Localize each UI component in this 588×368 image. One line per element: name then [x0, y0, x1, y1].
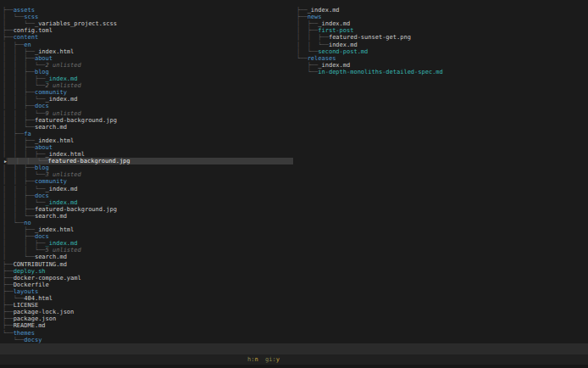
tree-row[interactable]: │ │ │ └──2 unlisted — [0, 62, 294, 69]
file-name: package-lock.json — [14, 309, 75, 315]
tree-row[interactable]: │ │ ├──blog — [0, 164, 294, 171]
tree-row[interactable]: │ └──404.html — [0, 295, 294, 302]
tree-row[interactable]: └──docsy — [0, 337, 294, 343]
file-name: featured-background.jpg — [35, 117, 117, 124]
tree-row[interactable]: │ ├──_index.html — [0, 226, 294, 233]
tree-branch: ├── — [3, 34, 14, 41]
gitignore-flag-value: y — [276, 356, 280, 363]
unlisted-count: 3 unlisted — [46, 171, 81, 178]
tree-row[interactable]: │ │ ├──_index.html — [0, 48, 294, 55]
tree-row[interactable]: │ │ │ └──_index.md — [0, 199, 294, 206]
file-name: index.md — [329, 42, 358, 48]
tree-branch: ├── — [3, 7, 14, 14]
tree-row[interactable]: │ │ ├──community — [0, 89, 294, 96]
tree-row[interactable]: ▶│ │ │ └──featured-background.jpg — [0, 158, 294, 164]
tree-branch: │ │ │ ├── — [3, 75, 46, 82]
tree-row[interactable]: │ │ │ ├──_index.md — [0, 75, 294, 82]
tree-branch: │ │ ├── — [3, 55, 35, 62]
tree-branch: │ └── — [3, 254, 35, 260]
right-panel-root-path[interactable]: /home/example-user/docsy-example/content… — [294, 0, 588, 7]
directory-name: assets — [14, 7, 35, 14]
tree-branch: │ │ ├── — [3, 192, 35, 199]
tree-row[interactable]: │ │ ├──_index.md — [0, 240, 294, 247]
tree-row[interactable]: ├──news — [294, 14, 588, 20]
tree-row[interactable]: ├──_index.md — [294, 7, 588, 14]
tree-row[interactable]: ├──layouts — [0, 288, 294, 295]
file-name: _index.md — [46, 199, 78, 206]
tree-row[interactable]: ├──CONTRIBUTING.md — [0, 261, 294, 268]
tree-row[interactable]: │ │ └──search.md — [0, 124, 294, 131]
tree-row[interactable]: │ └──scss — [0, 14, 294, 20]
tree-row[interactable]: │ ├──first-post — [294, 27, 588, 34]
tree-row[interactable]: │ ├──en — [0, 42, 294, 48]
tree-branch: │ └── — [297, 48, 318, 55]
tree-row[interactable]: │ │ ├──about — [0, 55, 294, 62]
tree-row[interactable]: ├──_index.md — [294, 62, 588, 69]
tree-row[interactable]: │ ├──docs — [0, 233, 294, 240]
tree-branch: ├── — [3, 268, 14, 275]
tree-row[interactable]: │ │ │ └──_index.md — [0, 96, 294, 103]
tree-row[interactable]: │ │ │ └──_index.md — [0, 186, 294, 192]
tree-row[interactable]: ├──deploy.sh — [0, 268, 294, 275]
command-input-bar[interactable]: :cpp h:n gi:y — [0, 354, 588, 365]
tree-row[interactable]: │ │ │ └──3 unlisted — [0, 171, 294, 178]
tree-row[interactable]: ├──README.md — [0, 322, 294, 329]
tree-row[interactable]: ├──docker-compose.yaml — [0, 275, 294, 282]
left-panel-root-path[interactable]: /home/example-user/docsy-example — [0, 0, 294, 7]
tree-row[interactable]: │ │ │ └──2 unlisted — [0, 82, 294, 89]
tree-branch: ├── — [3, 309, 14, 315]
unlisted-count: 5 unlisted — [46, 247, 81, 254]
tree-row[interactable]: ├──config.toml — [0, 27, 294, 34]
tree-row[interactable]: │ │ ├──community — [0, 178, 294, 185]
tree-row[interactable]: └──themes — [0, 330, 294, 337]
tree-branch: │ └── — [3, 295, 24, 302]
tree-row[interactable]: ├──LICENSE — [0, 302, 294, 309]
tree-row[interactable]: │ │ ├──docs — [0, 103, 294, 109]
tree-row[interactable]: │ ├──_index.md — [294, 20, 588, 27]
directory-name: en — [24, 42, 31, 48]
tree-branch: │ │ └── — [3, 213, 35, 220]
tree-row[interactable]: │ │ ├──featured-background.jpg — [0, 206, 294, 213]
tree-row[interactable]: │ │ ├──_index.html — [0, 137, 294, 144]
tree-row[interactable]: │ │ ├──about — [0, 144, 294, 151]
tree-branch: │ │ └── — [3, 247, 46, 254]
right-file-tree: ├──_index.md├──news│ ├──_index.md│ ├──fi… — [294, 7, 588, 75]
tree-row[interactable]: │ │ └──5 unlisted — [0, 247, 294, 254]
left-tree-panel: /home/example-user/docsy-example ├──asse… — [0, 0, 294, 343]
tree-branch: ├── — [3, 322, 14, 329]
tree-row[interactable]: ├──package.json — [0, 315, 294, 322]
tree-row[interactable]: ├──content — [0, 34, 294, 41]
directory-name: content — [14, 34, 39, 41]
directory-name: layouts — [14, 288, 39, 295]
file-name: deploy.sh — [14, 268, 46, 275]
directory-name: docs — [35, 192, 49, 199]
file-name: _index.md — [308, 7, 340, 14]
tree-row[interactable]: │ │ └──search.md — [0, 213, 294, 220]
tree-row[interactable]: │ │ ├──featured-sunset-get.png — [294, 34, 588, 41]
tree-branch: │ │ ├── — [3, 103, 35, 109]
directory-name: news — [308, 14, 322, 20]
tree-row[interactable]: ├──package-lock.json — [0, 309, 294, 315]
tree-row[interactable]: │ │ │ └──9 unlisted — [0, 110, 294, 117]
tree-branch: │ └── — [3, 14, 24, 20]
tree-row[interactable]: ├──assets — [0, 7, 294, 14]
tree-row[interactable]: │ │ ├──featured-background.jpg — [0, 117, 294, 124]
tree-branch: │ ├── — [3, 42, 24, 48]
tree-row[interactable]: │ └──_variables_project.scss — [0, 20, 294, 27]
flag-gap — [258, 356, 265, 363]
terminal-bottom-padding — [0, 365, 588, 368]
tree-branch: │ │ ├── — [3, 164, 35, 171]
file-name: featured-background.jpg — [35, 206, 117, 213]
tree-row[interactable]: │ └──search.md — [0, 254, 294, 260]
tree-row[interactable]: │ └──second-post.md — [294, 48, 588, 55]
tree-row[interactable]: │ ├──fa — [0, 131, 294, 137]
tree-row[interactable]: │ │ ├──blog — [0, 69, 294, 75]
tree-branch: │ │ │ ├── — [3, 151, 46, 158]
tree-row[interactable]: │ └──no — [0, 220, 294, 226]
tree-row[interactable]: │ │ └──index.md — [294, 42, 588, 48]
tree-row[interactable]: │ │ │ ├──_index.html — [0, 151, 294, 158]
tree-row[interactable]: └──in-depth-monoliths-detailed-spec.md — [294, 69, 588, 75]
tree-row[interactable]: └──releases — [294, 55, 588, 62]
tree-row[interactable]: │ │ ├──docs — [0, 192, 294, 199]
tree-row[interactable]: ├──Dockerfile — [0, 282, 294, 288]
